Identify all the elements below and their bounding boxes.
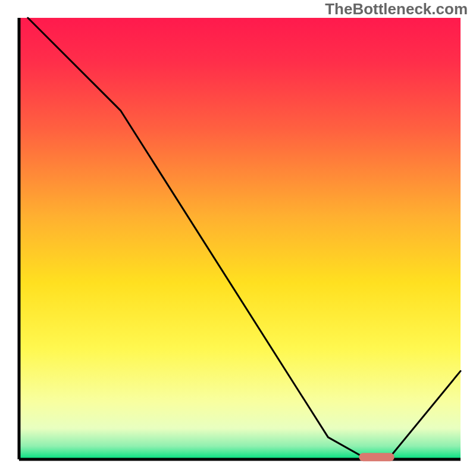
plot-background [19,18,461,459]
chart-container: TheBottleneck.com [0,0,476,476]
watermark-text: TheBottleneck.com [325,0,468,18]
bottleneck-chart [0,0,476,476]
optimal-zone-marker [359,453,394,461]
